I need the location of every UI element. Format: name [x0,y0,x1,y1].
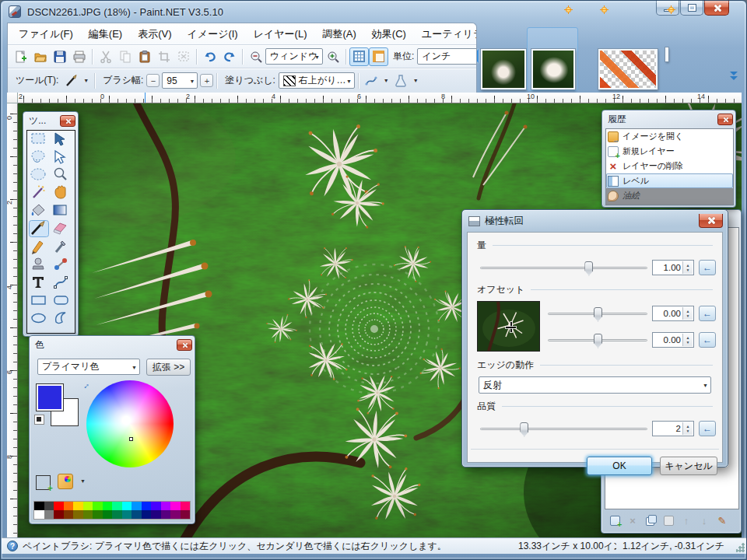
grid-toggle-button[interactable] [349,47,369,66]
color-swatch[interactable] [151,502,161,510]
thumbnail-menu-icon[interactable] [729,71,738,81]
color-swatch[interactable] [161,502,171,510]
layer-properties-button[interactable]: ✎ [714,513,730,528]
save-button[interactable] [50,47,69,66]
quality-spinner[interactable] [682,422,693,435]
menu-item[interactable]: レイヤー(L) [246,24,315,44]
ok-button[interactable]: OK [587,457,652,475]
add-layer-button[interactable]: + [607,513,622,528]
color-swatch[interactable] [83,510,93,519]
color-swatch[interactable] [93,502,103,510]
paste-button[interactable] [135,47,154,66]
close-button[interactable] [704,1,729,16]
chevron-down-icon[interactable] [83,78,89,83]
add-color-button[interactable] [36,475,51,490]
color-swatch[interactable] [54,510,64,519]
resize-grip[interactable] [736,543,745,552]
dialog-close-button[interactable] [699,214,723,228]
zoom-level-select[interactable]: ウィンドウ [265,48,323,65]
ellipse-select-tool[interactable] [31,169,45,180]
cut-button[interactable] [96,47,115,66]
colors-palette-close-button[interactable] [177,339,192,351]
edge-behavior-select[interactable]: 反射 [479,376,711,394]
new-file-button[interactable] [11,47,30,66]
move-layer-down-button[interactable]: ↓ [696,513,712,528]
eraser-tool[interactable] [54,223,66,234]
magic-wand-tool[interactable] [33,185,45,198]
color-swatch[interactable] [181,502,191,510]
lasso-select-tool[interactable] [32,151,44,162]
history-palette-titlebar[interactable]: 履歴 [602,110,735,127]
crop-button[interactable] [154,47,174,66]
color-swatch[interactable] [122,502,132,510]
color-swatch[interactable] [103,510,113,519]
ruler-toggle-button[interactable] [369,47,388,66]
title-bar[interactable]: DSCN2261.JPG (18%) - Paint.NET V3.5.10 [1,1,746,23]
offset-y-slider-thumb[interactable] [594,334,602,348]
tools-palette-close-button[interactable] [60,115,75,127]
color-swatch[interactable] [34,502,44,510]
color-swatch[interactable] [142,510,152,519]
line-curve-tool[interactable] [54,277,68,289]
color-swatch[interactable] [112,502,122,510]
color-swatch[interactable] [142,502,152,510]
color-swatch[interactable] [64,502,74,510]
primary-color-swatch[interactable] [36,383,64,411]
offset-preview[interactable] [477,301,540,352]
chevron-down-icon[interactable] [384,78,389,83]
offset-x-spinner[interactable] [682,307,693,320]
dialog-titlebar[interactable]: 極性転回 [462,210,728,230]
amount-input[interactable]: 1.00 [652,260,694,275]
color-swatch[interactable] [181,510,191,519]
duplicate-layer-button[interactable] [643,513,658,528]
zoom-in-button[interactable] [323,47,342,66]
image-thumbnail-4[interactable] [665,47,668,61]
history-item[interactable]: レベル [606,173,733,188]
rounded-rectangle-tool[interactable] [54,296,68,304]
unit-select[interactable]: インチ [417,48,477,65]
color-swatch[interactable] [34,510,44,519]
move-selection-tool[interactable] [55,151,65,163]
color-swatch[interactable] [132,510,142,519]
color-swatch[interactable] [112,510,122,519]
default-colors-icon[interactable] [34,415,44,425]
history-item[interactable]: レイヤーの削除 [606,159,733,173]
history-item[interactable]: イメージを開く [606,129,733,144]
rectangle-select-tool[interactable] [32,134,44,143]
pencil-tool[interactable] [32,241,43,254]
rectangle-shape-tool[interactable] [32,296,45,304]
amount-slider[interactable] [480,267,647,269]
redo-button[interactable] [219,47,239,66]
offset-y-input[interactable]: 0.00 [652,332,694,348]
color-swatch[interactable] [73,502,83,510]
color-swatch[interactable] [64,510,74,519]
menu-item[interactable]: 編集(E) [81,24,130,44]
offset-x-slider-thumb[interactable] [594,307,602,322]
quality-slider[interactable] [480,428,647,430]
brush-width-increase-button[interactable]: + [200,74,213,87]
menu-item[interactable]: 表示(V) [130,24,179,44]
history-item[interactable]: 油絵 [606,188,733,203]
text-tool[interactable] [33,277,44,288]
current-tool-button[interactable] [61,72,81,90]
offset-y-slider[interactable] [548,339,647,341]
menu-item[interactable]: 効果(C) [364,24,414,44]
color-swatch[interactable] [103,502,113,510]
image-thumbnail-2-selected[interactable] [531,49,575,89]
recolor-tool[interactable] [54,258,67,270]
color-swatch[interactable] [151,510,161,519]
menu-item[interactable]: ユーティリティ( [414,24,477,44]
brush-width-select[interactable]: 95 [162,72,198,89]
amount-reset-button[interactable] [699,260,716,275]
color-swatch[interactable] [54,502,64,510]
offset-x-reset-button[interactable] [699,306,716,321]
color-swatch[interactable] [132,502,142,510]
color-swatch[interactable] [161,510,171,519]
quality-slider-thumb[interactable] [520,422,528,437]
merge-layer-down-button[interactable] [661,513,676,528]
offset-x-input[interactable]: 0.00 [652,306,694,321]
image-thumbnail-3[interactable] [598,49,658,89]
move-pixels-tool[interactable] [55,133,65,145]
color-swatch[interactable] [44,510,54,519]
color-wheel[interactable] [86,380,174,467]
